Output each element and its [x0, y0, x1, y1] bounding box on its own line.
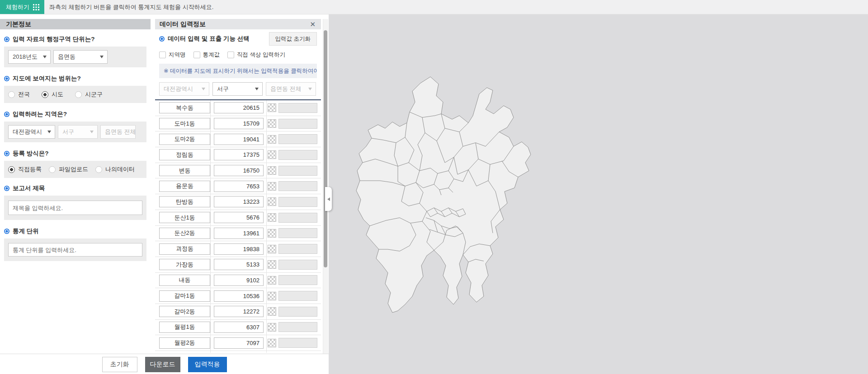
color-value-box[interactable] — [278, 134, 317, 144]
color-pattern-swatch[interactable] — [268, 339, 276, 347]
color-value-box[interactable] — [278, 119, 317, 129]
year-select[interactable]: 2018년도 — [8, 50, 51, 64]
panel-collapse-handle[interactable] — [325, 187, 332, 211]
region-value-cell: 5676 — [211, 210, 267, 225]
region-name-input[interactable]: 갈마2동 — [159, 306, 210, 317]
color-value-box[interactable] — [278, 260, 317, 270]
data-panel-scrollbar[interactable] — [323, 19, 328, 354]
region-value-input[interactable]: 9102 — [214, 275, 264, 286]
radio-file-upload[interactable]: 파일업로드 — [49, 165, 88, 173]
map-area[interactable] — [329, 14, 868, 374]
region-value-input[interactable]: 17375 — [214, 149, 264, 160]
color-value-box[interactable] — [278, 150, 317, 160]
color-pattern-swatch[interactable] — [268, 166, 276, 175]
top-bar: 체험하기 좌측의 체험하기 버튼을 클릭하여 통계지도 체험을 시작하세요. — [0, 0, 868, 14]
region-value-input[interactable]: 6307 — [214, 322, 264, 333]
region-name-input[interactable]: 탄방동 — [159, 196, 210, 207]
reset-button[interactable]: 초기화 — [102, 357, 137, 372]
radio-sido[interactable]: 시도 — [42, 90, 63, 98]
region-name-input[interactable]: 복수동 — [159, 102, 210, 113]
region-value-cell: 20615 — [211, 100, 267, 116]
region-value-input[interactable]: 15709 — [214, 118, 264, 129]
data-sigungu-select[interactable]: 서구 — [212, 82, 263, 96]
region-name-input[interactable]: 둔산1동 — [159, 212, 210, 223]
region-name-input[interactable]: 내동 — [159, 275, 210, 286]
data-emd-select[interactable]: 읍면동 전체 — [266, 82, 316, 96]
region-value-input[interactable]: 16750 — [214, 165, 264, 176]
color-pattern-swatch[interactable] — [268, 197, 276, 206]
region-name-input[interactable]: 괴정동 — [159, 243, 210, 255]
color-pattern-swatch[interactable] — [268, 307, 276, 316]
color-pattern-swatch[interactable] — [268, 323, 276, 332]
color-pattern-swatch[interactable] — [268, 276, 276, 285]
region-value-input[interactable]: 13223 — [214, 196, 264, 207]
region-name-input[interactable]: 둔산2동 — [159, 228, 210, 239]
try-button[interactable]: 체험하기 — [0, 0, 44, 14]
scrollbar-thumb[interactable] — [324, 30, 327, 267]
region-value-input[interactable]: 10536 — [214, 290, 264, 302]
radio-sigungu[interactable]: 시군구 — [75, 90, 103, 98]
region-value-input[interactable]: 19838 — [214, 243, 264, 255]
color-pattern-swatch[interactable] — [268, 182, 276, 191]
region-value-input[interactable]: 5676 — [214, 212, 264, 223]
sigungu-select[interactable]: 서구 — [58, 125, 98, 139]
sido-select[interactable]: 대전광역시 — [8, 125, 55, 139]
color-pattern-swatch[interactable] — [268, 229, 276, 238]
color-value-box[interactable] — [278, 275, 317, 285]
color-pattern-swatch[interactable] — [268, 292, 276, 300]
color-value-box[interactable] — [278, 338, 317, 348]
color-pattern-swatch[interactable] — [268, 119, 276, 128]
region-value-input[interactable]: 13961 — [214, 228, 264, 239]
color-value-box[interactable] — [278, 291, 317, 301]
color-pattern-swatch[interactable] — [268, 245, 276, 253]
color-pattern-swatch[interactable] — [268, 213, 276, 222]
color-pattern-swatch[interactable] — [268, 260, 276, 269]
checkbox-stat-value[interactable]: 통계값 — [193, 51, 220, 59]
region-value-input[interactable]: 20615 — [214, 102, 264, 113]
region-name-input[interactable]: 변동 — [159, 165, 210, 176]
data-sido-select[interactable]: 대전광역시 — [159, 82, 209, 96]
color-value-box[interactable] — [278, 322, 317, 332]
region-name-input[interactable]: 갈마1동 — [159, 290, 210, 302]
region-name-input[interactable]: 도마2동 — [159, 134, 210, 145]
admin-level-select[interactable]: 읍면동 — [53, 50, 108, 64]
color-value-box[interactable] — [278, 244, 317, 254]
stat-unit-input[interactable] — [8, 243, 142, 257]
color-value-box[interactable] — [278, 103, 317, 113]
color-value-box[interactable] — [278, 307, 317, 317]
region-name-input[interactable]: 용문동 — [159, 181, 210, 192]
region-value-input[interactable]: 7653 — [214, 181, 264, 192]
report-title-input[interactable] — [8, 201, 142, 215]
color-value-box[interactable] — [278, 228, 317, 238]
radio-my-data[interactable]: 나의데이터 — [95, 165, 135, 173]
region-color-cell — [267, 288, 321, 304]
color-pattern-swatch[interactable] — [268, 135, 276, 144]
color-value-box[interactable] — [278, 181, 317, 191]
region-value-input[interactable]: 5133 — [214, 259, 264, 270]
region-name-input[interactable]: 도마1동 — [159, 118, 210, 129]
color-value-box[interactable] — [278, 213, 317, 223]
region-name-input[interactable]: 정림동 — [159, 149, 210, 160]
radio-nationwide[interactable]: 전국 — [8, 90, 30, 98]
region-value-input[interactable]: 7097 — [214, 337, 264, 349]
region-value-input[interactable]: 12272 — [214, 306, 264, 317]
region-name-cell: 가장동 — [155, 257, 211, 272]
checkbox-region-name[interactable]: 지역명 — [159, 51, 186, 59]
radio-direct-entry[interactable]: 직접등록 — [8, 165, 42, 173]
region-value-cell: 17375 — [211, 147, 267, 163]
color-pattern-swatch[interactable] — [268, 150, 276, 159]
region-name-input[interactable]: 월평2동 — [159, 337, 210, 349]
checkbox-direct-color[interactable]: 직접 색상 입력하기 — [227, 51, 285, 59]
color-value-box[interactable] — [278, 197, 317, 207]
apply-button[interactable]: 입력적용 — [188, 357, 227, 372]
color-pattern-swatch[interactable] — [268, 103, 276, 112]
download-button[interactable]: 다운로드 — [145, 357, 180, 372]
close-button[interactable]: ✕ — [310, 21, 316, 28]
color-value-box[interactable] — [278, 166, 317, 176]
emd-select[interactable]: 읍면동 전체 — [100, 125, 136, 139]
reset-values-button[interactable]: 입력값 초기화 — [269, 32, 317, 46]
region-value-input[interactable]: 19041 — [214, 134, 264, 145]
table-row: 괴정동 19838 — [155, 241, 321, 257]
region-name-input[interactable]: 가장동 — [159, 259, 210, 270]
region-name-input[interactable]: 월평1동 — [159, 322, 210, 333]
